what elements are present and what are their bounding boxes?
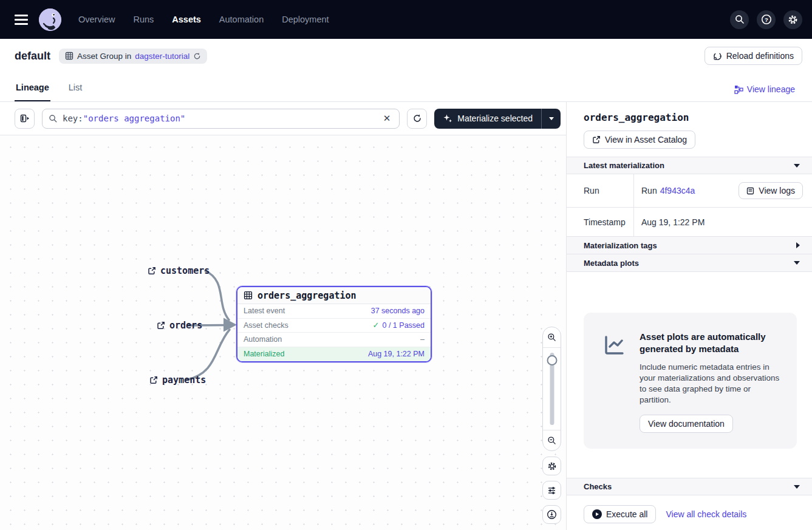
reload-definitions-button[interactable]: Reload definitions — [705, 47, 802, 65]
materialized-timestamp[interactable]: Aug 19, 1:22 PM — [368, 350, 425, 358]
checks-actions: Execute all View all check details — [567, 495, 812, 523]
zoom-out-button[interactable] — [543, 430, 561, 450]
check-icon: ✓ — [373, 321, 380, 330]
asset-detail-panel: orders_aggregation View in Asset Catalog… — [566, 102, 812, 530]
upstream-asset-orders[interactable]: orders — [157, 320, 202, 331]
chevron-down-icon — [794, 261, 800, 265]
upstream-asset-customers[interactable]: customers — [148, 265, 210, 276]
lineage-toolbar: key:"orders_aggregation" ✕ Materialize s… — [0, 102, 566, 135]
node-row-automation: Automation – — [237, 333, 431, 347]
execute-all-button[interactable]: Execute all — [584, 505, 656, 523]
lineage-pane: key:"orders_aggregation" ✕ Materialize s… — [0, 102, 566, 530]
sliders-icon — [547, 486, 556, 495]
timestamp-value: Aug 19, 1:22 PM — [634, 208, 812, 236]
latest-event-value[interactable]: 37 seconds ago — [371, 307, 425, 315]
section-label: Latest materialization — [584, 161, 664, 170]
view-all-check-details-link[interactable]: View all check details — [666, 509, 746, 519]
lineage-canvas[interactable]: customers orders payments orders_aggrega… — [0, 135, 566, 530]
panel-expand-icon — [20, 114, 30, 123]
zoom-in-icon — [547, 333, 556, 342]
nav-overview[interactable]: Overview — [78, 15, 115, 24]
table-icon — [244, 291, 253, 300]
settings-gear-icon[interactable] — [783, 10, 802, 29]
external-link-icon — [149, 376, 158, 384]
row-label: Latest event — [244, 307, 285, 315]
play-icon — [592, 509, 602, 519]
zoom-control — [542, 327, 561, 451]
nav-deployment[interactable]: Deployment — [282, 15, 329, 24]
chart-icon — [602, 331, 626, 433]
section-materialization-tags[interactable]: Materialization tags — [567, 237, 812, 254]
materialize-options-button[interactable] — [541, 109, 561, 129]
node-row-materialized: Materialized Aug 19, 1:22 PM — [237, 347, 431, 362]
view-logs-button[interactable]: View logs — [739, 182, 803, 199]
upstream-asset-payments[interactable]: payments — [149, 375, 206, 386]
timestamp-row-label: Timestamp — [567, 208, 634, 236]
asset-search-input[interactable]: key:"orders_aggregation" ✕ — [42, 109, 400, 129]
search-icon — [49, 114, 58, 123]
upstream-asset-label: customers — [160, 265, 210, 276]
view-in-asset-catalog-label: View in Asset Catalog — [605, 135, 687, 144]
zoom-slider-knob[interactable] — [547, 355, 557, 365]
asset-node-header: orders_aggregation — [237, 287, 431, 304]
refresh-graph-button[interactable] — [407, 109, 427, 129]
nav-runs[interactable]: Runs — [133, 15, 154, 24]
zoom-in-button[interactable] — [543, 327, 561, 347]
view-documentation-button[interactable]: View documentation — [640, 415, 733, 433]
asset-node-orders-aggregation[interactable]: orders_aggregation Latest event 37 secon… — [236, 286, 432, 362]
recenter-graph-button[interactable] — [542, 505, 561, 524]
repo-link[interactable]: dagster-tutorial — [135, 52, 189, 61]
tab-lineage[interactable]: Lineage — [15, 83, 50, 101]
tab-list[interactable]: List — [67, 83, 84, 101]
external-link-icon — [157, 321, 165, 330]
expand-panel-button[interactable] — [15, 109, 35, 129]
graph-settings-button[interactable] — [542, 457, 561, 475]
section-label: Materialization tags — [584, 241, 657, 250]
grid-icon — [65, 52, 73, 60]
canvas-controls — [542, 327, 561, 524]
nav-automation[interactable]: Automation — [219, 15, 264, 24]
section-latest-materialization[interactable]: Latest materialization — [567, 157, 812, 174]
zoom-slider[interactable] — [543, 348, 561, 430]
section-metadata-plots[interactable]: Metadata plots — [567, 254, 812, 272]
view-in-asset-catalog-button[interactable]: View in Asset Catalog — [584, 131, 695, 149]
node-row-asset-checks: Asset checks ✓0 / 1 Passed — [237, 319, 431, 333]
code-location-reload-icon — [713, 52, 722, 61]
refresh-icon[interactable] — [193, 52, 201, 60]
plots-card-body: Include numeric metadata entries in your… — [640, 362, 781, 406]
reload-definitions-label: Reload definitions — [726, 51, 794, 61]
search-icon[interactable] — [730, 10, 749, 29]
run-row-label: Run — [567, 174, 634, 207]
asset-checks-value[interactable]: ✓0 / 1 Passed — [373, 321, 425, 330]
plots-card-title: Asset plots are automatically generated … — [640, 331, 781, 356]
run-prefix: Run — [641, 186, 657, 195]
search-query-key: key: — [63, 114, 83, 123]
section-label: Metadata plots — [584, 259, 639, 268]
badge-text: Asset Group in — [77, 52, 131, 61]
materialize-split-button: Materialize selected — [434, 109, 561, 129]
section-label: Checks — [584, 482, 612, 491]
section-checks[interactable]: Checks — [567, 478, 812, 495]
search-query: key:"orders_aggregation" — [63, 114, 375, 123]
dagster-logo[interactable] — [39, 8, 61, 31]
clear-search-icon[interactable]: ✕ — [380, 112, 395, 125]
dagster-octopus-icon — [39, 8, 61, 31]
materialize-selected-button[interactable]: Materialize selected — [434, 109, 541, 129]
download-center-icon — [547, 509, 557, 520]
graph-filters-button[interactable] — [542, 481, 561, 500]
view-lineage-link[interactable]: View lineage — [734, 84, 795, 101]
menu-icon[interactable] — [15, 15, 28, 25]
nav-assets[interactable]: Assets — [172, 15, 201, 24]
refresh-icon — [412, 114, 422, 123]
run-row: Run Run 4f943c4a View logs — [567, 174, 812, 208]
timestamp-row: Timestamp Aug 19, 1:22 PM — [567, 208, 812, 237]
materialize-selected-label: Materialize selected — [457, 114, 533, 123]
chevron-down-icon — [794, 485, 800, 489]
svg-text:?: ? — [765, 16, 768, 23]
page-header: default Asset Group in dagster-tutorial … — [0, 39, 812, 73]
top-nav: Overview Runs Assets Automation Deployme… — [0, 0, 812, 39]
upstream-asset-label: orders — [169, 320, 202, 331]
run-id-link[interactable]: 4f943c4a — [660, 186, 695, 195]
help-icon[interactable]: ? — [757, 10, 776, 29]
sparkle-icon — [443, 114, 452, 123]
